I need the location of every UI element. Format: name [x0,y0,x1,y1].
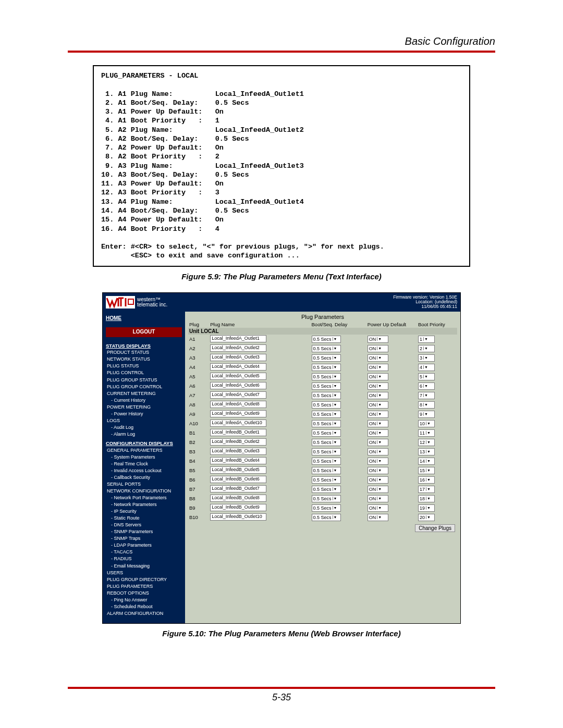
text-field[interactable]: Local_InfeedA_Outlet7 [210,391,266,399]
select-field[interactable]: ON▼ [368,373,388,380]
nav-sub[interactable]: - Real Time Clock [106,461,182,467]
select-field[interactable]: 20▼ [418,514,435,521]
nav-sub[interactable]: - Scheduled Reboot [106,603,182,610]
nav-item[interactable]: USERS [106,570,182,576]
select-field[interactable]: ON▼ [368,504,388,512]
select-field[interactable]: 0.5 Secs▼ [312,476,341,484]
text-field[interactable]: Local_InfeedB_Outlet10 [210,513,266,521]
select-field[interactable]: 0.5 Secs▼ [312,458,341,465]
select-field[interactable]: 0.5 Secs▼ [312,439,341,446]
select-field[interactable]: 9▼ [418,411,435,418]
select-field[interactable]: 0.5 Secs▼ [312,486,341,493]
nav-item[interactable]: CURRENT METERING [106,390,182,397]
select-field[interactable]: 0.5 Secs▼ [312,504,341,512]
select-field[interactable]: 5▼ [418,373,435,380]
select-field[interactable]: 0.5 Secs▼ [312,364,341,371]
nav-item[interactable]: PRODUCT STATUS [106,349,182,356]
select-field[interactable]: 7▼ [418,392,435,399]
select-field[interactable]: ON▼ [368,514,388,521]
logout-button[interactable]: LOGOUT [106,327,182,337]
select-field[interactable]: ON▼ [368,364,388,371]
nav-sub[interactable]: - DNS Servers [106,522,182,528]
nav-item[interactable]: ALARM CONFIGURATION [106,610,182,617]
select-field[interactable]: 0.5 Secs▼ [312,514,341,521]
select-field[interactable]: 1▼ [418,336,435,343]
select-field[interactable]: ON▼ [368,467,388,474]
nav-sub[interactable]: - SNMP Parameters [106,528,182,535]
nav-item[interactable]: PLUG CONTROL [106,369,182,376]
nav-sub[interactable]: - Static Route [106,515,182,522]
nav-item[interactable]: PLUG STATUS [106,363,182,369]
select-field[interactable]: 16▼ [418,476,435,484]
select-field[interactable]: ON▼ [368,476,388,484]
text-field[interactable]: Local_InfeedB_Outlet6 [210,476,266,483]
text-field[interactable]: Local_InfeedA_Outlet2 [210,344,266,352]
nav-sub[interactable]: - Invalid Access Lockout [106,467,182,474]
text-field[interactable]: Local_InfeedA_Outlet1 [210,335,266,342]
select-field[interactable]: 0.5 Secs▼ [312,373,341,380]
select-field[interactable]: 0.5 Secs▼ [312,448,341,455]
text-field[interactable]: Local_InfeedB_Outlet8 [210,495,266,502]
text-field[interactable]: Local_InfeedB_Outlet4 [210,457,266,464]
select-field[interactable]: ON▼ [368,495,388,502]
nav-item[interactable]: PLUG GROUP DIRECTORY [106,576,182,583]
nav-home[interactable]: HOME [106,315,182,323]
select-field[interactable]: 12▼ [418,439,435,446]
select-field[interactable]: 4▼ [418,364,435,371]
select-field[interactable]: 0.5 Secs▼ [312,495,341,502]
text-field[interactable]: Local_InfeedB_Outlet9 [210,504,266,511]
text-field[interactable]: Local_InfeedB_Outlet3 [210,448,266,455]
nav-sub[interactable]: - Power History [106,411,182,417]
nav-item[interactable]: GENERAL PARAMETERS [106,447,182,454]
nav-item[interactable]: PLUG GROUP STATUS [106,377,182,384]
select-field[interactable]: 0.5 Secs▼ [312,345,341,352]
select-field[interactable]: ON▼ [368,439,388,446]
nav-sub[interactable]: - RADIUS [106,556,182,562]
select-field[interactable]: 0.5 Secs▼ [312,392,341,399]
text-field[interactable]: Local_InfeedB_Outlet5 [210,466,266,474]
select-field[interactable]: 10▼ [418,420,435,427]
text-field[interactable]: Local_InfeedB_Outlet1 [210,429,266,436]
select-field[interactable]: ON▼ [368,392,388,399]
nav-item[interactable]: PLUG PARAMETERS [106,583,182,590]
nav-sub[interactable]: - Audit Log [106,424,182,431]
select-field[interactable]: 8▼ [418,401,435,409]
select-field[interactable]: 19▼ [418,504,435,512]
nav-item[interactable]: SERIAL PORTS [106,481,182,488]
select-field[interactable]: 0.5 Secs▼ [312,467,341,474]
select-field[interactable]: 17▼ [418,486,435,493]
select-field[interactable]: 13▼ [418,448,435,455]
text-field[interactable]: Local_InfeedA_Outlet8 [210,401,266,408]
select-field[interactable]: ON▼ [368,382,388,390]
select-field[interactable]: 0.5 Secs▼ [312,401,341,409]
select-field[interactable]: ON▼ [368,411,388,418]
text-field[interactable]: Local_InfeedB_Outlet2 [210,438,266,446]
select-field[interactable]: ON▼ [368,458,388,465]
change-plugs-button[interactable]: Change Plugs [415,524,455,532]
nav-item[interactable]: LOGS [106,417,182,424]
nav-item[interactable]: NETWORK STATUS [106,356,182,363]
select-field[interactable]: 0.5 Secs▼ [312,336,341,343]
nav-sub[interactable]: - Network Parameters [106,501,182,508]
nav-sub[interactable]: - IP Security [106,508,182,515]
select-field[interactable]: 15▼ [418,467,435,474]
select-field[interactable]: 2▼ [418,345,435,352]
select-field[interactable]: 6▼ [418,382,435,390]
select-field[interactable]: ON▼ [368,486,388,493]
nav-item[interactable]: POWER METERING [106,404,182,411]
select-field[interactable]: ON▼ [368,420,388,427]
nav-sub[interactable]: - Current History [106,397,182,404]
select-field[interactable]: 11▼ [418,429,435,437]
text-field[interactable]: Local_InfeedA_Outlet10 [210,419,266,427]
nav-sub[interactable]: - Alarm Log [106,431,182,438]
select-field[interactable]: 0.5 Secs▼ [312,429,341,437]
select-field[interactable]: 0.5 Secs▼ [312,354,341,362]
nav-item[interactable]: PLUG GROUP CONTROL [106,384,182,390]
select-field[interactable]: ON▼ [368,401,388,409]
nav-sub[interactable]: - System Parameters [106,454,182,461]
select-field[interactable]: 14▼ [418,458,435,465]
select-field[interactable]: 0.5 Secs▼ [312,420,341,427]
select-field[interactable]: 18▼ [418,495,435,502]
nav-sub[interactable]: - Ping No Answer [106,597,182,603]
nav-sub[interactable]: - Network Port Parameters [106,495,182,501]
